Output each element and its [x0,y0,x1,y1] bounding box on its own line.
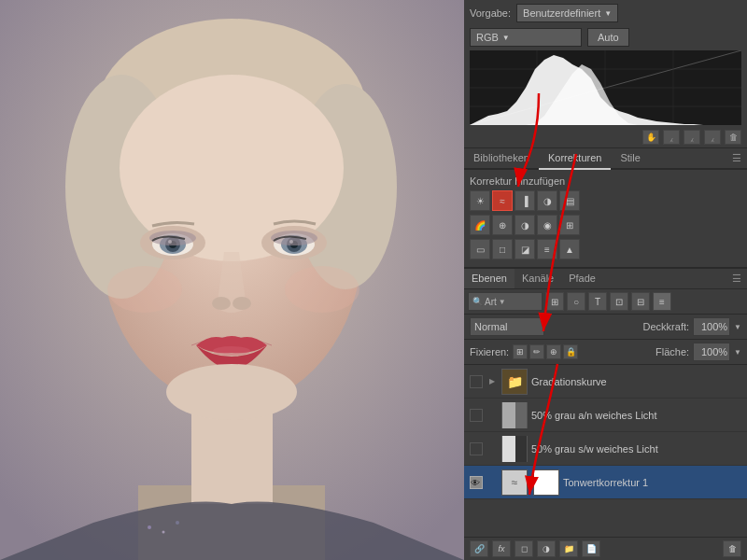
tab-kanale[interactable]: Kanäle [514,269,561,288]
kor-hsl-icon[interactable]: 🌈 [470,215,490,235]
layer-filter-label: Art [485,297,497,307]
new-layer-btn[interactable]: 📄 [582,540,600,557]
svg-point-26 [285,266,359,313]
filter-icon[interactable]: ⊟ [631,292,650,311]
kor-photofilter-icon[interactable]: ◉ [537,215,557,235]
kor-gradient-icon[interactable]: ▭ [470,239,490,259]
tab-bibliotheken[interactable]: Bibliotheken [464,148,539,170]
svg-rect-45 [515,436,527,462]
rgb-channel-value: RGB [476,32,499,43]
layer-vis-4[interactable]: 👁 [470,476,483,489]
ebenen-tab-menu[interactable]: ☰ [726,269,747,288]
svg-point-31 [176,521,179,525]
auto-button[interactable]: Auto [587,28,629,47]
svg-rect-3 [191,411,273,504]
right-panel: Vorgabe: Benutzerdefiniert ▼ RGB ▼ Auto [464,0,747,560]
kor-threshold-icon[interactable]: ▲ [559,239,580,259]
delete-layer-btn[interactable]: 🗑 [723,540,741,557]
layer-vis-3[interactable] [470,442,483,455]
lock-pixel-icon[interactable]: ○ [567,292,585,311]
more-options-icon[interactable]: ≡ [653,292,671,311]
fix-paint-icon[interactable]: ✏ [529,344,544,359]
svg-point-23 [212,297,231,310]
fix-pixels-icon[interactable]: ⊞ [513,344,528,359]
vorgabe-dropdown[interactable]: Benutzerdefiniert ▼ [516,4,618,22]
layer-vis-2[interactable] [470,409,483,422]
vorgabe-value: Benutzerdefiniert [523,7,600,19]
deckkraft-arrow-icon: ▼ [734,323,741,331]
rgb-channel-dropdown[interactable]: RGB ▼ [470,28,582,47]
hand-tool-icon[interactable]: ✋ [642,130,659,145]
kor-invert-icon[interactable]: ◪ [514,239,535,259]
kor-sun-icon[interactable]: ☀ [470,190,490,211]
svg-point-30 [162,531,165,534]
kor-selective-icon[interactable]: □ [492,239,513,259]
kor-poster-icon[interactable]: ≡ [537,239,557,259]
korrektur-icons-row2: 🌈 ⊕ ◑ ◉ ⊞ [470,215,741,235]
ebenen-tab-bar: Ebenen Kanäle Pfade ☰ [464,269,747,289]
layer-mask-thumb-4 [533,469,559,496]
korrektur-icons-row1: ☀ ≈ ▐ ◑ ▤ [470,190,741,211]
adjustment-btn[interactable]: ◑ [537,540,556,557]
filter-arrow-icon: ▼ [499,298,506,306]
vorgabe-arrow-icon: ▼ [604,9,612,18]
new-group-btn[interactable]: 📁 [559,540,578,557]
flache-input[interactable]: 100% [693,343,730,361]
fix-lock-icon[interactable]: 🔒 [563,344,578,359]
text-layer-icon[interactable]: T [588,292,607,311]
layer-search-box[interactable]: 🔍 Art ▼ [468,292,543,311]
kor-curves-icon[interactable]: ≈ [492,190,513,211]
svg-point-27 [213,346,250,356]
layer-item-grau1[interactable]: 50% grau a/n weiches Licht [464,399,747,432]
layer-name-3: 50% grau s/w weiches Licht [531,443,741,455]
layer-name-2: 50% grau a/n weiches Licht [531,410,741,421]
layer-list: ▶ 📁 Gradationskurve 50% grau a/n weiches… [464,365,747,537]
tab-ebenen[interactable]: Ebenen [464,269,514,288]
tab-pfade[interactable]: Pfade [561,269,603,288]
tool-icons-row: ✋ ⁁ ⁁ ⁁ 🗑 [464,127,747,147]
link-layers-btn[interactable]: 🔗 [470,540,488,557]
vorgabe-label: Vorgabe: [470,7,511,19]
histogram-area [470,50,741,125]
portrait-image [0,0,464,560]
eyedropper3-icon[interactable]: ⁁ [704,130,721,145]
layer-thumb-4: ≈ [501,469,528,496]
trash-icon[interactable]: 🗑 [725,130,741,145]
rgb-arrow-icon: ▼ [502,34,510,42]
fx-button[interactable]: fx [492,540,511,557]
tab-korrekturen[interactable]: Korrekturen [539,148,611,170]
eyedropper2-icon[interactable]: ⁁ [684,130,700,145]
deckkraft-input[interactable]: 100% [693,317,730,336]
kor-exposure-icon[interactable]: ◑ [537,190,557,211]
kor-bw-icon[interactable]: ◑ [514,215,535,235]
kor-channelmix-icon[interactable]: ⊞ [559,215,580,235]
ebenen-bottom-bar: 🔗 fx ◻ ◑ 📁 📄 🗑 [464,537,747,560]
layer-name-4: Tonwertkorrektur 1 [563,477,741,488]
layer-arrow-1[interactable]: ▶ [486,376,498,387]
flache-row: Fläche: 100% ▼ [655,343,741,361]
svg-point-28 [166,364,297,420]
main-tab-close[interactable]: ☰ [726,148,747,168]
kor-colorbal-icon[interactable]: ⊕ [492,215,513,235]
layer-item-tonwert[interactable]: 👁 ≈ Tonwertkorrektur 1 [464,466,747,499]
svg-rect-43 [515,402,527,428]
flache-label: Fläche: [655,346,689,357]
flache-arrow-icon: ▼ [734,348,741,357]
svg-rect-42 [502,402,515,428]
layer-thumb-2 [501,402,528,428]
layer-vis-1[interactable] [470,375,483,388]
tab-stile[interactable]: Stile [611,148,649,170]
rgb-auto-row: RGB ▼ Auto [464,26,747,49]
eyedropper1-icon[interactable]: ⁁ [663,130,680,145]
opacity-row: Deckkraft: 100% ▼ [643,317,741,336]
add-mask-btn[interactable]: ◻ [514,540,533,557]
layer-item-grau2[interactable]: 50% grau s/w weiches Licht [464,432,747,466]
kor-vibrance-icon[interactable]: ▤ [559,190,580,211]
kor-levels-icon[interactable]: ▐ [514,190,535,211]
new-group-icon[interactable]: ⊞ [545,292,564,311]
layer-item-gradationskurve[interactable]: ▶ 📁 Gradationskurve [464,365,747,399]
korrektur-icons-row3: ▭ □ ◪ ≡ ▲ [470,239,741,259]
fix-transform-icon[interactable]: ⊕ [546,344,561,359]
link-layers-icon[interactable]: ⊡ [610,292,628,311]
blend-mode-select[interactable]: Normal [470,317,544,336]
